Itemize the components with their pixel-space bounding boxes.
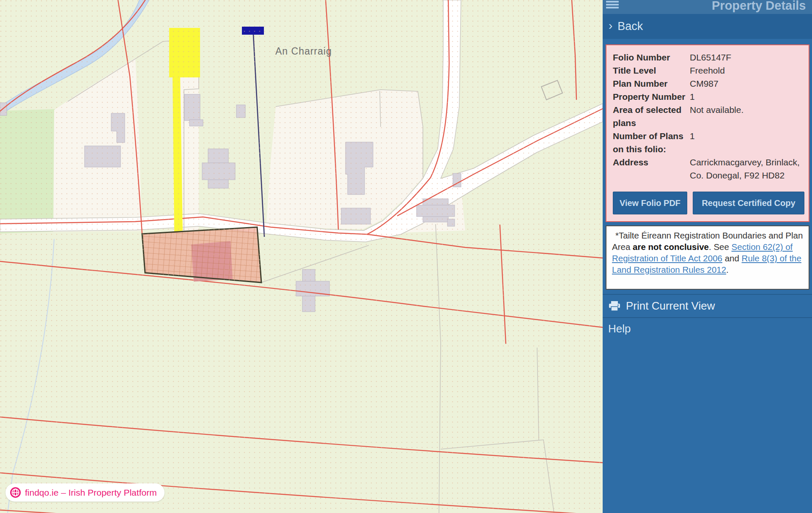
map-canvas[interactable]: [0, 0, 603, 513]
detail-row-folio-number: Folio Number DL65147F: [613, 51, 804, 64]
detail-row-title-level: Title Level Freehold: [613, 64, 804, 77]
help-label: Help: [608, 322, 631, 335]
property-details-sidebar: Property Details › Back Folio Number DL6…: [603, 0, 812, 513]
disclaimer-bold: are not conclusive: [633, 242, 709, 252]
detail-row-plan-count: Number of Plans on this folio: 1: [613, 129, 804, 156]
app-window: An Charraig findqo.ie – Irish Property P…: [0, 0, 812, 513]
property-details-panel: Folio Number DL65147F Title Level Freeho…: [606, 44, 809, 222]
menu-icon[interactable]: [606, 1, 619, 9]
help-button[interactable]: Help: [603, 318, 812, 339]
back-label: Back: [617, 20, 643, 33]
sidebar-header: Property Details: [603, 0, 812, 14]
print-current-view-button[interactable]: Print Current View: [603, 294, 812, 318]
attribution-text: findqo.ie – Irish Property Platform: [25, 488, 157, 498]
view-folio-pdf-button[interactable]: View Folio PDF: [613, 192, 687, 214]
chevron-right-icon: ›: [609, 19, 612, 33]
detail-row-area: Area of selected plans Not available.: [613, 103, 804, 129]
detail-row-address: Address Carrickmacgarvey, Brinlack, Co. …: [613, 156, 804, 182]
globe-icon: [10, 487, 21, 498]
boundaries-disclaimer: *Tailte Éireann Registration Boundaries …: [606, 225, 809, 290]
detail-row-plan-number: Plan Number CM987: [613, 77, 804, 90]
map-viewport[interactable]: An Charraig findqo.ie – Irish Property P…: [0, 0, 603, 513]
printer-icon: [609, 301, 620, 311]
back-button[interactable]: › Back: [603, 14, 812, 39]
sidebar-title: Property Details: [712, 0, 806, 13]
map-attribution-badge: findqo.ie – Irish Property Platform: [5, 483, 165, 502]
map-place-label: An Charraig: [275, 46, 332, 57]
details-button-row: View Folio PDF Request Certified Copy: [613, 192, 804, 214]
detail-row-property-number: Property Number 1: [613, 90, 804, 103]
map-dot-texture: [0, 0, 603, 513]
request-certified-copy-button[interactable]: Request Certified Copy: [693, 192, 804, 214]
print-label: Print Current View: [626, 299, 715, 313]
